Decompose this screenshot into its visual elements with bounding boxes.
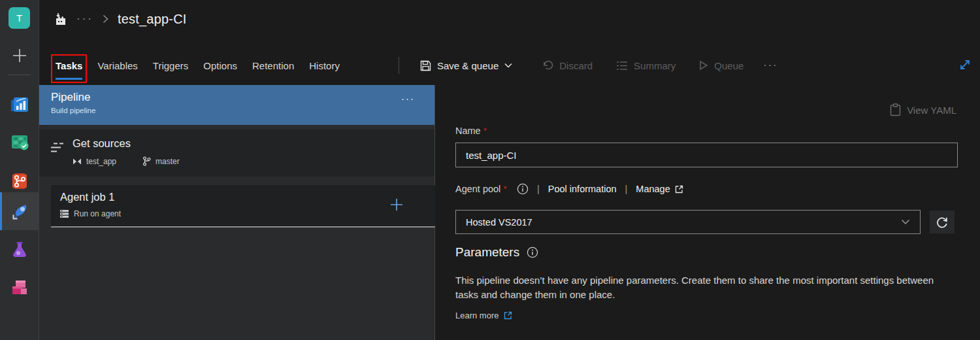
- sidebar-item-overview[interactable]: [0, 87, 39, 124]
- external-link-icon: [675, 185, 683, 194]
- plus-icon: [11, 47, 28, 64]
- tab-variables[interactable]: Variables: [97, 60, 137, 71]
- fullscreen-toggle-button[interactable]: [958, 58, 972, 72]
- learn-more-link[interactable]: Learn more: [455, 311, 512, 320]
- project-avatar-letter: T: [16, 12, 22, 24]
- view-yaml-button[interactable]: View YAML: [890, 103, 956, 116]
- artifacts-icon: [10, 278, 29, 298]
- parameters-info-button[interactable]: [527, 246, 538, 258]
- external-link-icon: [504, 311, 512, 320]
- discard-button[interactable]: Discard: [542, 60, 593, 71]
- sidebar-item-test-plans[interactable]: [0, 231, 39, 268]
- pipeline-node-subtitle: Build pipeline: [51, 107, 423, 114]
- breadcrumb: ··· test_app-CI: [55, 9, 187, 29]
- parameters-description: This pipeline doesn’t have any pipeline …: [455, 273, 939, 301]
- list-icon: [616, 61, 628, 71]
- repos-icon: [10, 171, 29, 191]
- project-avatar[interactable]: T: [8, 7, 30, 29]
- tab-retention[interactable]: Retention: [252, 60, 294, 71]
- agent-job-subtitle: Run on agent: [60, 209, 121, 218]
- overview-icon: [9, 95, 30, 116]
- agent-icon: [60, 210, 69, 218]
- refresh-icon: [936, 216, 949, 229]
- pipeline-node[interactable]: Pipeline Build pipeline ···: [39, 85, 434, 125]
- agent-job-title: Agent job 1: [60, 191, 114, 203]
- tab-options[interactable]: Options: [203, 60, 237, 71]
- active-tab-underline: [56, 78, 82, 80]
- refresh-agent-pools-button[interactable]: [930, 211, 955, 233]
- info-icon: [517, 183, 529, 195]
- repo-name: test_app: [73, 157, 116, 166]
- info-icon: [527, 246, 538, 258]
- get-sources-meta: test_app master: [73, 156, 180, 166]
- chevron-down-icon: [901, 219, 910, 225]
- agent-job-node[interactable]: Agent job 1 Run on agent: [51, 185, 435, 228]
- app-sidebar: T: [0, 0, 39, 340]
- pipeline-form-panel: View YAML Name* Agent pool * | Pool info…: [436, 85, 980, 340]
- tab-bar: Tasks Variables Triggers Options Retenti…: [56, 51, 340, 80]
- agent-pool-row: Agent pool * | Pool information | Manage: [455, 183, 683, 195]
- name-label: Name*: [455, 126, 487, 136]
- sidebar-item-pipelines[interactable]: [0, 192, 39, 230]
- page-title: test_app-CI: [118, 12, 187, 27]
- pool-information-link[interactable]: Pool information: [548, 184, 617, 194]
- name-input[interactable]: [455, 143, 958, 167]
- required-asterisk: *: [503, 184, 507, 194]
- breadcrumb-ellipsis[interactable]: ···: [76, 12, 93, 26]
- undo-icon: [542, 60, 553, 71]
- summary-button[interactable]: Summary: [616, 60, 676, 71]
- branch-name: master: [142, 156, 180, 166]
- sidebar-item-boards[interactable]: [0, 124, 39, 161]
- clipboard-icon: [890, 103, 901, 116]
- queue-button[interactable]: Queue: [699, 60, 743, 71]
- parameters-heading: Parameters: [455, 245, 538, 260]
- save-icon: [420, 60, 431, 71]
- agent-pool-label: Agent pool: [455, 184, 500, 194]
- toolbar-divider: [399, 57, 399, 74]
- expand-icon: [958, 58, 972, 72]
- separator: |: [625, 184, 628, 194]
- add-task-button[interactable]: [388, 196, 405, 213]
- tab-tasks[interactable]: Tasks: [56, 60, 82, 71]
- tab-history[interactable]: History: [309, 60, 340, 71]
- chevron-right-icon: [103, 14, 108, 24]
- pipeline-more-button[interactable]: ···: [401, 93, 415, 104]
- sidebar-divider: [8, 75, 31, 75]
- separator: |: [537, 184, 540, 194]
- build-definition-icon: [55, 12, 67, 26]
- agent-pool-value: Hosted VS2017: [466, 217, 532, 228]
- pipelines-icon: [9, 201, 30, 222]
- required-asterisk: *: [483, 126, 487, 136]
- test-plans-icon: [10, 240, 29, 260]
- sidebar-item-artifacts[interactable]: [0, 269, 39, 306]
- agent-pool-info-button[interactable]: [517, 183, 529, 195]
- pipeline-tree-panel: Pipeline Build pipeline ··· Get sources …: [39, 85, 435, 340]
- pipeline-node-title: Pipeline: [51, 91, 423, 104]
- branch-icon: [142, 156, 151, 166]
- more-actions-button[interactable]: ···: [763, 60, 777, 71]
- save-and-queue-button[interactable]: Save & queue: [420, 60, 512, 71]
- add-project-button[interactable]: [0, 42, 39, 69]
- agent-pool-dropdown[interactable]: Hosted VS2017: [455, 210, 921, 234]
- plus-icon: [389, 197, 404, 212]
- chevron-down-icon: [504, 63, 512, 68]
- get-sources-icon: [50, 141, 65, 155]
- play-icon: [699, 60, 708, 71]
- manage-link[interactable]: Manage: [636, 184, 683, 194]
- get-sources-title: Get sources: [73, 137, 131, 150]
- get-sources-node[interactable]: Get sources test_app master: [39, 129, 434, 177]
- tab-triggers[interactable]: Triggers: [153, 60, 188, 71]
- boards-icon: [9, 132, 30, 153]
- azure-repos-mini-icon: [73, 158, 82, 165]
- command-bar: Save & queue Discard Summary Queue ···: [399, 52, 777, 78]
